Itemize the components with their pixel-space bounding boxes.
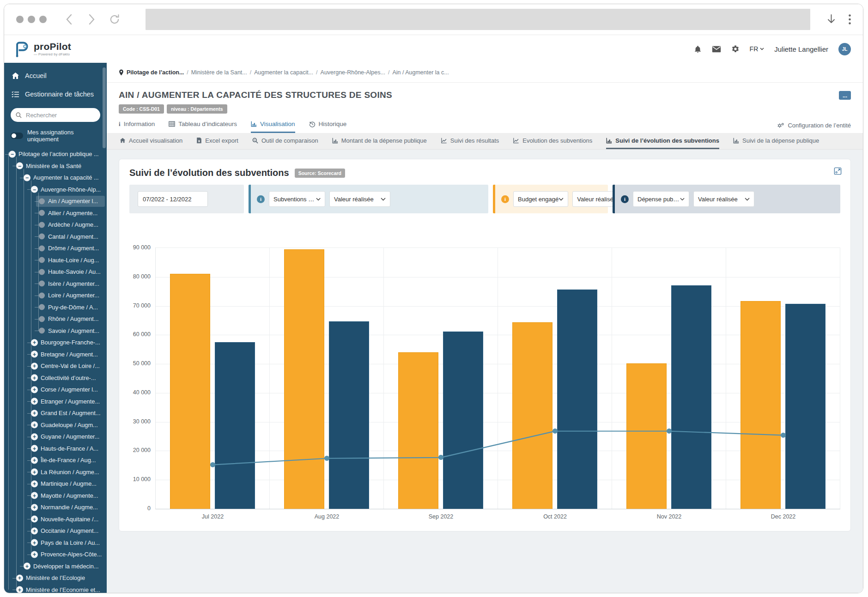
search-input[interactable] [25, 111, 96, 119]
tree-item[interactable]: +Développer la médecin... [4, 561, 107, 573]
breadcrumb-item[interactable]: Ain / Augmenter la c... [392, 69, 449, 76]
breadcrumb-item[interactable]: Auvergne-Rhône-Alpes... [321, 69, 385, 76]
tree-item[interactable]: Ardèche / Augme... [4, 219, 107, 231]
tree-item[interactable]: +Centre-Val de Loire /... [4, 360, 107, 372]
assignments-toggle[interactable] [11, 133, 23, 139]
bell-icon[interactable] [694, 45, 702, 54]
subtab-4[interactable]: Suivi des résultats [441, 133, 499, 149]
info-icon[interactable]: i [621, 195, 629, 203]
tree-item[interactable]: Drôme / Augment... [4, 242, 107, 254]
tree-item[interactable]: −Pilotage de l’action publique ... [4, 148, 107, 160]
tree-item[interactable]: Cantal / Augment... [4, 231, 107, 243]
avatar[interactable]: JL [838, 43, 851, 55]
subtab-6[interactable]: Suivi de l’évolution des subventions [606, 133, 719, 149]
tree-item[interactable]: +Ministère de l’Economie et... [4, 584, 107, 594]
info-icon[interactable]: i [257, 195, 265, 203]
refresh-button[interactable] [109, 13, 121, 25]
more-actions-button[interactable]: ... [839, 91, 851, 100]
bar-budget-engag-[interactable] [170, 274, 210, 509]
window-control-dot[interactable] [39, 16, 47, 23]
language-selector[interactable]: FR [750, 45, 765, 53]
window-control-dot[interactable] [16, 16, 24, 23]
tree-item[interactable]: Loire / Augmenter... [4, 289, 107, 302]
url-bar[interactable] [146, 9, 810, 30]
tree-item[interactable]: +Ministère de l’Ecologie [4, 572, 107, 584]
tree-item[interactable]: Haute-Savoie / Au... [4, 266, 107, 278]
bar-d-pense-publique[interactable] [329, 321, 369, 509]
bar-d-pense-publique[interactable] [557, 289, 597, 509]
bar-budget-engag-[interactable] [626, 363, 667, 509]
tab-information[interactable]: iInformation [119, 121, 155, 133]
kebab-menu-icon[interactable] [849, 14, 851, 24]
gear-icon[interactable] [731, 45, 740, 53]
breadcrumb-item[interactable]: Augmenter la capacit... [254, 69, 313, 76]
tree-item[interactable]: Savoie / Augment... [4, 325, 107, 337]
forward-button[interactable] [86, 13, 97, 25]
expand-icon[interactable] [832, 166, 843, 176]
value-select[interactable]: Valeur réalisée [329, 191, 390, 207]
metric-select[interactable]: Dépense publiq... [633, 191, 689, 207]
sidebar-item-task-manager[interactable]: Gestionnaire de tâches [4, 85, 107, 103]
tree-item[interactable]: +Nouvelle-Aquitaine /... [4, 513, 107, 525]
date-range-input[interactable] [138, 191, 208, 207]
bar-budget-engag-[interactable] [398, 352, 438, 509]
tab-historique[interactable]: Historique [309, 121, 347, 133]
tree-item[interactable]: Rhône / Augment... [4, 313, 107, 325]
bar-d-pense-publique[interactable] [215, 342, 255, 509]
tree-item[interactable]: +Île-de-France / Aug... [4, 454, 107, 466]
entity-config-button[interactable]: Configuration de l’entité [777, 122, 851, 133]
tree-item[interactable]: Ain / Augmenter l... [4, 195, 107, 207]
subtab-2[interactable]: Outil de comparaison [252, 133, 318, 149]
tree-item[interactable]: +Etranger / Augmente... [4, 396, 107, 408]
subtab-1[interactable]: Excel export [196, 133, 238, 149]
download-icon[interactable] [827, 14, 836, 25]
subtab-5[interactable]: Evolution des subventions [513, 133, 592, 149]
back-button[interactable] [64, 13, 74, 25]
tree-item[interactable]: +Corse / Augmenter l... [4, 384, 107, 396]
bar-d-pense-publique[interactable] [785, 304, 826, 509]
tree-item[interactable]: +Hauts-de-France / A... [4, 443, 107, 455]
tree-item[interactable]: −Ministère de la Santé [4, 160, 107, 172]
metric-select[interactable]: Subventions all... [269, 191, 325, 207]
tree-item[interactable]: +Normandie / Augme... [4, 501, 107, 513]
bar-budget-engag-[interactable] [512, 322, 552, 509]
tree-item[interactable]: +Martinique / Augme... [4, 478, 107, 490]
tab-tableau-d-indicateurs[interactable]: Tableau d’indicateurs [169, 121, 237, 133]
tree-item[interactable]: +Bourgogne-Franche-... [4, 337, 107, 349]
tree-item[interactable]: −Augmenter la capacité ... [4, 172, 107, 184]
breadcrumb-item[interactable]: Pilotage de l’action... [127, 69, 184, 76]
bar-d-pense-publique[interactable] [671, 285, 711, 509]
subtab-0[interactable]: Accueil visualisation [120, 133, 182, 149]
tree-item[interactable]: +Mayotte / Augmente... [4, 490, 107, 502]
tree-item[interactable]: Puy-de-Dôme / A... [4, 302, 107, 314]
sidebar-scrollbar[interactable] [103, 67, 106, 148]
subtab-3[interactable]: Montant de la dépense publique [332, 133, 427, 149]
tree-item[interactable]: +Collectivité d’outre-... [4, 372, 107, 384]
metric-select[interactable]: Budget engagé [513, 191, 568, 207]
tree-item[interactable]: +Guyane / Augmenter... [4, 431, 107, 443]
tree-item[interactable]: +Guadeloupe / Augm... [4, 419, 107, 431]
tree-item[interactable]: Isère / Augmenter... [4, 278, 107, 290]
info-icon[interactable]: i [501, 195, 509, 203]
breadcrumb-item[interactable]: Ministère de la Sant... [191, 69, 247, 76]
value-select[interactable]: Valeur réalisée [693, 191, 754, 207]
tree-item[interactable]: +Occitanie / Augment... [4, 525, 107, 537]
tree-item[interactable]: Allier / Augmente... [4, 207, 107, 219]
window-control-dot[interactable] [28, 16, 35, 23]
bar-d-pense-publique[interactable] [443, 332, 483, 509]
user-name[interactable]: Juliette Langellier [774, 45, 828, 53]
brand-logo[interactable]: proPilot — Powered by dFakto [13, 40, 71, 58]
tree-item[interactable]: −Auvergne-Rhône-Alp... [4, 184, 107, 196]
tree-item[interactable]: +Provence-Alpes-Côte... [4, 549, 107, 561]
tree-item[interactable]: +La Réunion / Augme... [4, 466, 107, 478]
tree-item[interactable]: +Grand Est / Augment... [4, 407, 107, 419]
tree-item[interactable]: Haute-Loire / Aug... [4, 254, 107, 266]
tab-visualisation[interactable]: Visualisation [251, 121, 295, 133]
mail-icon[interactable] [712, 46, 721, 53]
subtab-7[interactable]: Suivi de la dépense publique [733, 133, 819, 149]
tree-item[interactable]: +Bretagne / Augment... [4, 349, 107, 361]
bar-budget-engag-[interactable] [284, 249, 324, 509]
sidebar-item-accueil[interactable]: Accueil [4, 63, 107, 85]
tree-item[interactable]: +Pays de la Loire / Au... [4, 537, 107, 549]
bar-budget-engag-[interactable] [741, 301, 781, 509]
